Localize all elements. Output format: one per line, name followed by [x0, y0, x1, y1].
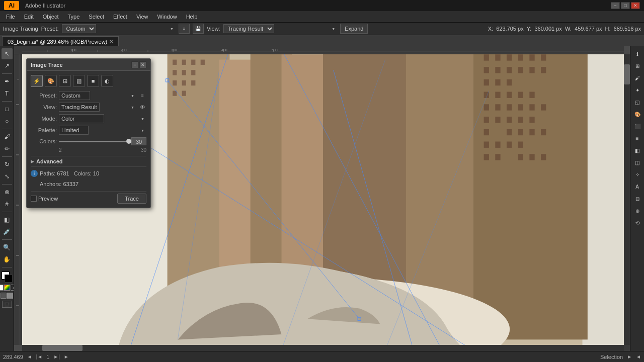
svg-rect-53	[529, 67, 534, 73]
right-symbols-btn[interactable]: ✦	[632, 84, 643, 96]
outline-btn[interactable]: ◐	[101, 75, 113, 87]
panel-mode-select[interactable]: Color Grayscale Black and White	[59, 114, 104, 123]
right-brush-btn[interactable]: 🖌	[632, 72, 643, 83]
maximize-button[interactable]: □	[621, 2, 630, 9]
right-gradient-btn[interactable]: ◧	[632, 145, 643, 156]
colors-slider-track[interactable]	[59, 141, 129, 142]
v-scroll-thumb[interactable]	[624, 64, 630, 84]
close-button[interactable]: ✕	[631, 2, 640, 9]
panel-minimize-btn[interactable]: −	[131, 61, 138, 68]
view-mode-row	[1, 293, 13, 299]
right-graphic-btn[interactable]: ◱	[632, 97, 643, 108]
next-page-btn[interactable]: ►|	[53, 354, 60, 359]
paths-label: Paths:	[40, 170, 55, 176]
white-fill-btn[interactable]	[0, 285, 4, 291]
pencil-tool[interactable]: ✏	[2, 143, 13, 154]
minimize-button[interactable]: −	[611, 2, 620, 9]
horizontal-scrollbar[interactable]	[22, 345, 624, 351]
menu-effect[interactable]: Effect	[109, 13, 131, 21]
rotate-tool[interactable]: ↻	[2, 159, 13, 170]
prev-page-btn[interactable]: ◄	[27, 354, 32, 359]
colors-slider-row: Colors: 30	[31, 137, 146, 145]
right-color-btn[interactable]: 🎨	[632, 109, 643, 120]
panel-preset-select[interactable]: Custom Auto Color High Color Low Color	[59, 91, 90, 100]
right-transparency-btn[interactable]: ◫	[632, 157, 643, 168]
view-eye-icon[interactable]: 👁	[138, 103, 146, 111]
preset-select[interactable]: Custom	[62, 24, 96, 33]
tab-close-btn[interactable]: ✕	[109, 39, 113, 44]
blend-tool[interactable]: ⊗	[2, 187, 13, 198]
scale-tool[interactable]: ⤡	[2, 171, 13, 182]
title-bar-title: Adobe Illustrator	[25, 3, 65, 9]
right-stroke-btn[interactable]: ≡	[632, 133, 643, 144]
pen-tool[interactable]: ✒	[2, 76, 13, 87]
first-page-btn[interactable]: |◄	[36, 354, 43, 359]
zoom-tool[interactable]: 🔍	[2, 242, 13, 253]
direct-selection-tool[interactable]: ↗	[2, 60, 13, 71]
selection-tool[interactable]: ↖	[2, 48, 13, 59]
colors-slider-thumb[interactable]	[126, 139, 131, 144]
menu-type[interactable]: Type	[64, 13, 84, 21]
right-appear-btn[interactable]: ✧	[632, 169, 643, 180]
eyedropper-tool[interactable]: 💉	[2, 226, 13, 237]
trace-button[interactable]: Trace	[117, 194, 146, 204]
advanced-section[interactable]: ▶ Advanced	[31, 156, 146, 167]
right-transform-btn[interactable]: ⟲	[632, 217, 643, 228]
panel-palette-select[interactable]: Limited Full Tone Automatic	[59, 126, 89, 135]
h-scroll-thumb[interactable]	[42, 345, 83, 351]
last-page-btn[interactable]: ►	[64, 354, 69, 359]
colors-slider-value[interactable]: 30	[131, 137, 146, 145]
preview-view-btn[interactable]	[7, 293, 13, 299]
auto-color-btn[interactable]: ⚡	[31, 75, 43, 87]
black-white-btn[interactable]: ■	[87, 75, 99, 87]
app-logo: Ai	[4, 1, 19, 10]
preset-menu-btn[interactable]: ≡	[179, 24, 190, 34]
paintbrush-tool[interactable]: 🖌	[2, 131, 13, 142]
menu-object[interactable]: Object	[39, 13, 63, 21]
right-swatch-btn[interactable]: ⬛	[632, 121, 643, 132]
gradient-tool[interactable]: ◧	[2, 214, 13, 225]
right-align-btn[interactable]: ⊟	[632, 193, 643, 204]
view-select[interactable]: Tracing Result	[223, 24, 274, 33]
panel-title-bar[interactable]: Image Trace − ✕	[27, 59, 150, 71]
svg-rect-69	[484, 117, 489, 123]
menu-window[interactable]: Window	[153, 13, 181, 21]
svg-rect-64	[495, 104, 500, 110]
color-fill-btn[interactable]	[4, 285, 10, 291]
fill-stroke-indicator[interactable]	[2, 272, 13, 283]
high-color-btn[interactable]: 🎨	[45, 75, 57, 87]
grayscale-btn[interactable]: ▨	[73, 75, 85, 87]
save-preset-btn[interactable]: 💾	[193, 24, 204, 34]
menu-select[interactable]: Select	[85, 13, 108, 21]
menu-view[interactable]: View	[132, 13, 152, 21]
preset-list-icon[interactable]: ≡	[138, 92, 146, 100]
no-fill-btn[interactable]: /	[11, 285, 15, 291]
right-layers-btn[interactable]: ⊞	[632, 60, 643, 71]
screen-mode-btn[interactable]: ⬚	[2, 301, 12, 308]
status-back-btn[interactable]: ◄	[636, 354, 641, 359]
expand-button[interactable]: Expand	[340, 24, 368, 34]
menu-file[interactable]: File	[2, 13, 19, 21]
document-tab[interactable]: 03_begin.ai* @ 289.46% (RGB/Preview) ✕	[2, 36, 119, 46]
menu-help[interactable]: Help	[182, 13, 202, 21]
low-color-btn[interactable]: ⊞	[59, 75, 71, 87]
svg-text:200: 200	[121, 48, 127, 52]
svg-rect-34	[201, 60, 205, 65]
ellipse-tool[interactable]: ○	[2, 116, 13, 127]
vertical-scrollbar[interactable]	[624, 54, 630, 345]
hand-tool[interactable]: ✋	[2, 254, 13, 265]
menu-edit[interactable]: Edit	[20, 13, 38, 21]
preview-checkbox[interactable]	[31, 196, 37, 202]
rectangle-tool[interactable]: □	[2, 104, 13, 115]
right-info-btn[interactable]: ℹ	[632, 48, 643, 59]
status-arrow-btn[interactable]: ►	[627, 354, 632, 359]
panel-view-select[interactable]: Tracing Result Source Image Outlines	[59, 103, 100, 112]
type-tool[interactable]: T	[2, 88, 13, 99]
mesh-tool[interactable]: #	[2, 199, 13, 210]
panel-close-btn[interactable]: ✕	[139, 61, 146, 68]
panel-mode-select-wrapper: Color Grayscale Black and White	[59, 114, 146, 123]
right-pathfinder-btn[interactable]: ⊕	[632, 205, 643, 216]
right-char-btn[interactable]: A	[632, 181, 643, 192]
title-bar-controls[interactable]: − □ ✕	[611, 2, 640, 9]
normal-view-btn[interactable]	[1, 293, 7, 299]
